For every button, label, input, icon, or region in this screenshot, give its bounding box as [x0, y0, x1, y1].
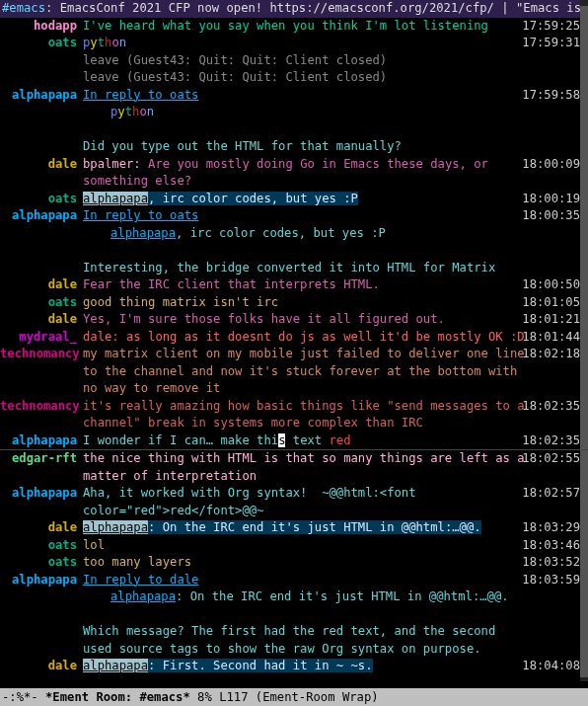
nick-dale: dale — [0, 519, 83, 537]
timestamp: 18:04:08 — [522, 658, 580, 675]
timestamp: 18:02:57 — [522, 485, 580, 503]
timestamp: 18:02:18 — [522, 346, 580, 363]
message-row: alphapapa In reply to oats 17:59:58 — [0, 87, 588, 105]
mention-alphapapa[interactable]: alphapapa — [83, 659, 148, 672]
topic-text: : EmacsConf 2021 CFP now open! https://e… — [45, 1, 588, 15]
message-row: dale Yes, I'm sure those folks have it a… — [0, 311, 588, 329]
nick-empty — [0, 260, 83, 277]
message-text: python — [83, 35, 588, 52]
timestamp: 17:59:25 — [522, 18, 580, 36]
quote-row: alphapapa, irc color codes, but yes :P — [0, 225, 588, 243]
nick-empty — [0, 138, 83, 156]
room-name: #emacs — [2, 1, 45, 15]
message-text: the nice thing with HTML is that so many… — [83, 450, 588, 485]
nick-link-alphapapa[interactable]: alphapapa — [110, 589, 176, 603]
quote-text: alphapapa: On the IRC end it's just HTML… — [83, 588, 588, 606]
chat-log: hodapp I've heard what you say when you … — [0, 18, 588, 681]
message-text: alphapapa, irc color codes, but yes :P — [83, 191, 588, 208]
nick-technomancy: technomancy — [0, 398, 83, 432]
message-row: oats lol 18:03:46 — [0, 537, 588, 555]
timestamp: 18:03:59 — [522, 572, 580, 589]
message-row: alphapapa Aha, it worked with Org syntax… — [0, 485, 588, 519]
message-text: bpalmer: Are you mostly doing Go in Emac… — [83, 156, 588, 191]
nick-link-oats[interactable]: oats — [170, 88, 198, 102]
message-row: alphapapa In reply to oats 18:00:35 — [0, 207, 588, 225]
nick-alphapapa: alphapapa — [0, 485, 83, 519]
leave-text: leave (Guest43: Quit: Quit: Client close… — [83, 69, 588, 87]
message-text: Interesting, the bridge converted it int… — [83, 260, 588, 277]
message-text: alphapapa: First. Second had it in ~ ~s. — [83, 658, 588, 675]
reply-link[interactable]: In reply to — [83, 208, 170, 222]
message-row: Did you type out the HTML for that manua… — [0, 138, 588, 156]
mode-line: -:%*- *Ement Room: #emacs* 8% L117 (Emen… — [0, 688, 588, 706]
nick-link-dale[interactable]: dale — [170, 573, 198, 587]
timestamp: 18:01:21 — [522, 311, 580, 329]
nick-empty — [0, 52, 83, 70]
message-text: alphapapa: On the IRC end it's just HTML… — [83, 519, 588, 537]
reply-header: In reply to dale — [83, 572, 588, 589]
nick-alphapapa: alphapapa — [0, 572, 83, 589]
reply-link[interactable]: In reply to — [83, 573, 170, 587]
message-row: hodapp I've heard what you say when you … — [0, 18, 588, 36]
nick-dale: dale — [0, 276, 83, 294]
reply-header: In reply to oats — [83, 207, 588, 225]
reply-link[interactable]: In reply to — [83, 88, 170, 102]
nick-link-alphapapa[interactable]: alphapapa — [110, 226, 176, 240]
mention-alphapapa[interactable]: alphapapa — [83, 520, 148, 534]
nick-empty — [0, 69, 83, 87]
message-text: dale: as long as it doesnt do js as well… — [83, 329, 588, 347]
timestamp: 18:00:09 — [522, 156, 580, 174]
nick-dale: dale — [0, 658, 83, 675]
nick-oats: oats — [0, 537, 83, 555]
message-row: mydraal_ dale: as long as it doesnt do j… — [0, 329, 588, 347]
timestamp: 17:59:58 — [522, 87, 580, 105]
buffer-name: *Ement Room: #emacs* — [45, 690, 190, 704]
message-row: dale Fear the IRC client that interprets… — [0, 276, 588, 294]
nick-technomancy: technomancy — [0, 346, 83, 398]
nick-empty — [0, 104, 83, 121]
nick-dale: dale — [0, 311, 83, 329]
timestamp: 17:59:31 — [522, 35, 580, 52]
message-row: alphapapa I wonder if I can… make this t… — [0, 432, 588, 450]
leave-row: leave (Guest43: Quit: Quit: Client close… — [0, 52, 588, 70]
nick-hodapp: hodapp — [0, 18, 83, 36]
quote-row: alphapapa: On the IRC end it's just HTML… — [0, 588, 588, 606]
message-text: Which message? The first had the red tex… — [83, 623, 588, 658]
nick-empty — [0, 588, 83, 606]
timestamp: 18:00:35 — [522, 207, 580, 225]
message-text: my matrix client on my mobile just faile… — [83, 346, 588, 398]
timestamp: 18:00:19 — [522, 191, 580, 208]
message-row: technomancy my matrix client on my mobil… — [0, 346, 588, 398]
timestamp: 18:03:52 — [522, 554, 580, 572]
nick-alphapapa: alphapapa — [0, 207, 83, 225]
quote-text: python — [83, 104, 588, 121]
nick-alphapapa: alphapapa — [0, 87, 83, 105]
message-row: oats alphapapa, irc color codes, but yes… — [0, 191, 588, 208]
timestamp: 18:00:50 — [522, 276, 580, 294]
message-row: oats python 17:59:31 — [0, 35, 588, 52]
timestamp: 18:02:55 — [522, 450, 580, 468]
nick-mydraal: mydraal_ — [0, 329, 83, 347]
quote-row: python — [0, 104, 588, 121]
quote-text: alphapapa, irc color codes, but yes :P — [83, 225, 588, 243]
modeline-mode: (Ement-Room Wrap) — [256, 690, 379, 704]
message-text: too many layers — [83, 554, 588, 572]
nick-dale: dale — [0, 156, 83, 191]
nick-oats: oats — [0, 294, 83, 312]
nick-oats: oats — [0, 554, 83, 572]
message-text: I wonder if I can… make this text red — [83, 432, 588, 450]
message-text: Yes, I'm sure those folks have it all fi… — [83, 311, 588, 329]
message-text: good thing matrix isn't irc — [83, 294, 588, 312]
nick-alphapapa: alphapapa — [0, 432, 83, 450]
message-text: Fear the IRC client that interprets HTML… — [83, 276, 588, 294]
message-text: it's really amazing how basic things lik… — [83, 398, 588, 432]
mention-alphapapa[interactable]: alphapapa — [83, 192, 148, 205]
modeline-position: 8% L117 — [190, 690, 256, 704]
nick-link-oats[interactable]: oats — [170, 208, 198, 222]
message-text: lol — [83, 537, 588, 555]
message-row: dale alphapapa: First. Second had it in … — [0, 658, 588, 675]
timestamp: 18:02:35 — [522, 432, 580, 450]
modeline-flags: -:%*- — [2, 690, 45, 704]
message-row: oats good thing matrix isn't irc 18:01:0… — [0, 294, 588, 312]
message-row: oats too many layers 18:03:52 — [0, 554, 588, 572]
